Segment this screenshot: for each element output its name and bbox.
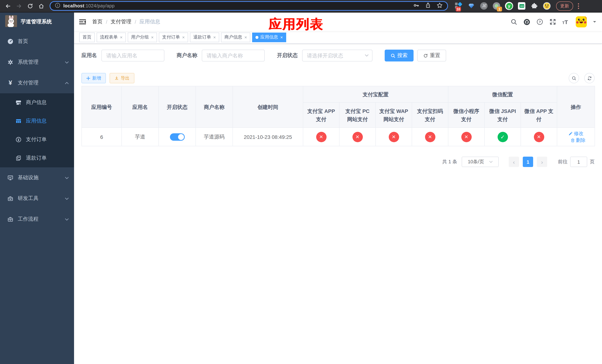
sidebar-item-home[interactable]: 首页	[0, 31, 74, 52]
tab-process-form[interactable]: 流程表单 ×	[97, 32, 126, 42]
refresh-table-button[interactable]	[584, 73, 595, 83]
reset-button[interactable]: 重置	[417, 50, 446, 62]
tab-app-info[interactable]: 应用信息 ×	[252, 32, 286, 42]
screen: localhost:1024/pay/app 10 ⌘	[0, 0, 602, 364]
profile-avatar[interactable]	[543, 2, 551, 10]
status-select[interactable]	[302, 50, 372, 62]
cell-actions: 修改 删除	[557, 128, 595, 146]
tab-merchant-info[interactable]: 商户信息 ×	[221, 32, 250, 42]
search-icon[interactable]	[510, 19, 517, 25]
browser-menu-icon[interactable]	[578, 3, 579, 9]
next-page-button[interactable]: ›	[537, 157, 547, 167]
close-icon[interactable]: ×	[244, 35, 247, 39]
edit-pencil-icon	[568, 131, 573, 136]
extension-grid-icon[interactable]: 10	[455, 2, 463, 10]
col-alipay-pc: 支付宝 PC 网站支付	[339, 102, 376, 128]
extension-badge: 1	[497, 7, 502, 11]
fullscreen-icon[interactable]	[549, 19, 556, 25]
sidebar-item-app-info[interactable]: 应用信息	[0, 112, 74, 130]
sidebar-item-merchant-info[interactable]: 商户信息	[0, 93, 74, 112]
tab-user-group[interactable]: 用户分组 ×	[128, 32, 157, 42]
cell-merchant: 芋道源码	[196, 128, 233, 146]
main-area: 首页 / 支付管理 / 应用信息 ?	[74, 13, 602, 364]
status-wechat-mini-icon	[461, 132, 472, 142]
app-window: 芋道管理系统 首页 系统管理 ¥ 支付管理 商户信息	[0, 13, 602, 364]
cell-app-name: 芋道	[122, 128, 159, 146]
address-bar[interactable]: localhost:1024/pay/app	[50, 1, 448, 11]
status-label: 开启状态	[277, 52, 298, 59]
col-alipay-wap: 支付宝 WAP 网站支付	[376, 102, 412, 128]
yen-circle-icon	[16, 137, 22, 143]
page-content: 应用名 商户名称 开启状态	[74, 44, 602, 173]
breadcrumb-home[interactable]: 首页	[92, 19, 103, 25]
tab-payment-order[interactable]: 支付订单 ×	[159, 32, 188, 42]
close-icon[interactable]: ×	[120, 35, 123, 39]
edit-link[interactable]: 修改	[568, 130, 583, 137]
forward-icon[interactable]	[14, 1, 24, 11]
site-info-icon[interactable]	[55, 2, 60, 10]
close-icon[interactable]: ×	[280, 35, 283, 39]
delete-link[interactable]: 删除	[570, 137, 586, 143]
user-avatar[interactable]	[576, 16, 587, 27]
close-icon[interactable]: ×	[182, 35, 185, 39]
extensions-puzzle-icon[interactable]	[530, 2, 538, 10]
prev-page-button[interactable]: ‹	[509, 157, 519, 167]
app-name-input[interactable]	[101, 50, 164, 62]
tab-refund-order[interactable]: 退款订单 ×	[190, 32, 219, 42]
close-icon[interactable]: ×	[213, 35, 216, 39]
sidebar-item-infrastructure[interactable]: 基础设施	[0, 167, 74, 188]
page-size-select[interactable]: 10条/页	[462, 157, 499, 167]
home-icon[interactable]	[36, 1, 46, 11]
close-icon[interactable]: ×	[151, 35, 154, 39]
extension-command-icon[interactable]: ⌘	[480, 2, 488, 10]
search-button[interactable]: 搜索	[385, 50, 414, 62]
sidebar-item-system-management[interactable]: 系统管理	[0, 52, 74, 73]
goto-page-input[interactable]	[570, 157, 587, 167]
help-icon[interactable]: ?	[536, 19, 543, 25]
back-icon[interactable]	[3, 1, 13, 11]
col-app-id: 应用编号	[82, 86, 122, 128]
app-logo[interactable]: 芋道管理系统	[0, 13, 74, 31]
sidebar-item-payment-management[interactable]: ¥ 支付管理	[0, 73, 74, 93]
share-icon[interactable]	[425, 2, 431, 10]
bookmark-star-icon[interactable]	[437, 2, 443, 10]
col-create-time: 创建时间	[233, 86, 303, 128]
password-key-icon[interactable]	[413, 2, 419, 10]
extension-y-icon[interactable]: y	[505, 2, 513, 10]
github-icon[interactable]	[523, 19, 530, 25]
page-suffix: 页	[590, 159, 595, 165]
reload-icon[interactable]	[25, 1, 35, 11]
caret-down-icon[interactable]	[593, 21, 596, 24]
col-app-name: 应用名	[122, 86, 159, 128]
toggle-search-button[interactable]	[569, 73, 579, 83]
pagination: 共 1 条 10条/页 ‹ 1 › 前往 页	[81, 157, 595, 167]
cell-status	[159, 128, 196, 146]
sidebar-item-workflow[interactable]: 工作流程	[0, 209, 74, 230]
col-group-alipay: 支付宝配置	[303, 86, 448, 102]
add-button[interactable]: 新增	[81, 73, 106, 83]
extension-recorder-icon[interactable]: 1	[492, 2, 501, 10]
font-size-icon[interactable]: TT	[562, 19, 568, 25]
col-actions: 操作	[557, 86, 595, 128]
col-alipay-qr: 支付宝扫码支付	[412, 102, 448, 128]
col-wechat-app: 微信 APP 支付	[521, 102, 557, 128]
tab-home[interactable]: 首页	[79, 32, 95, 42]
status-toggle[interactable]	[170, 133, 184, 140]
extension-chat-icon[interactable]	[517, 2, 526, 10]
export-button[interactable]: 导出	[110, 73, 134, 83]
browser-update-button[interactable]: 更新	[556, 1, 573, 11]
sidebar-item-dev-tools[interactable]: 研发工具	[0, 188, 74, 209]
url-text[interactable]: localhost:1024/pay/app	[63, 3, 115, 9]
extension-gem-icon[interactable]	[467, 2, 475, 10]
document-copy-icon	[16, 155, 22, 161]
page-1-button[interactable]: 1	[523, 157, 533, 167]
cell-create-time: 2021-10-23 08:49:25	[233, 128, 303, 146]
hamburger-icon[interactable]	[79, 18, 86, 26]
sidebar-item-refund-order[interactable]: 退款订单	[0, 149, 74, 167]
sidebar-item-payment-order[interactable]: 支付订单	[0, 130, 74, 149]
merchant-name-input[interactable]	[202, 50, 265, 62]
active-dot	[256, 36, 258, 39]
col-alipay-app: 支付宝 APP 支付	[303, 102, 339, 128]
breadcrumb-payment-management[interactable]: 支付管理	[111, 19, 131, 25]
gear-icon	[7, 59, 13, 65]
